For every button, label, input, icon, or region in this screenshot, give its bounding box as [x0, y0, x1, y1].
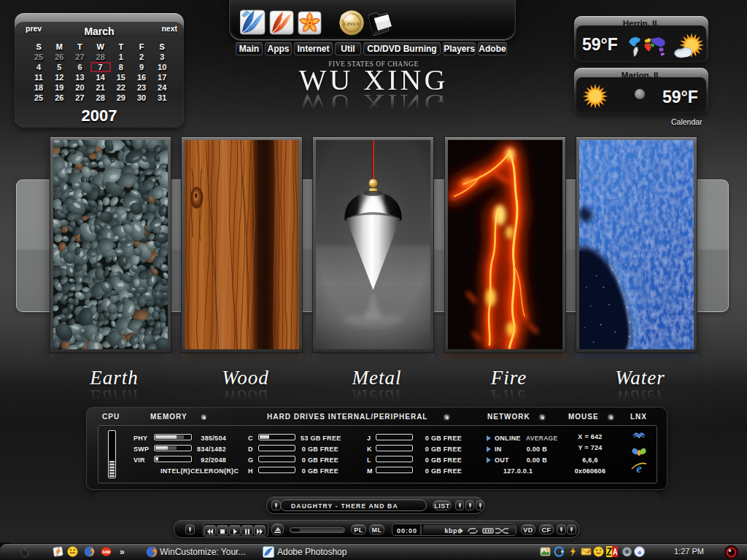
svg-text:LINUX: LINUX — [344, 21, 360, 27]
svg-text:AIM: AIM — [102, 549, 110, 554]
svg-text:a: a — [638, 548, 641, 556]
